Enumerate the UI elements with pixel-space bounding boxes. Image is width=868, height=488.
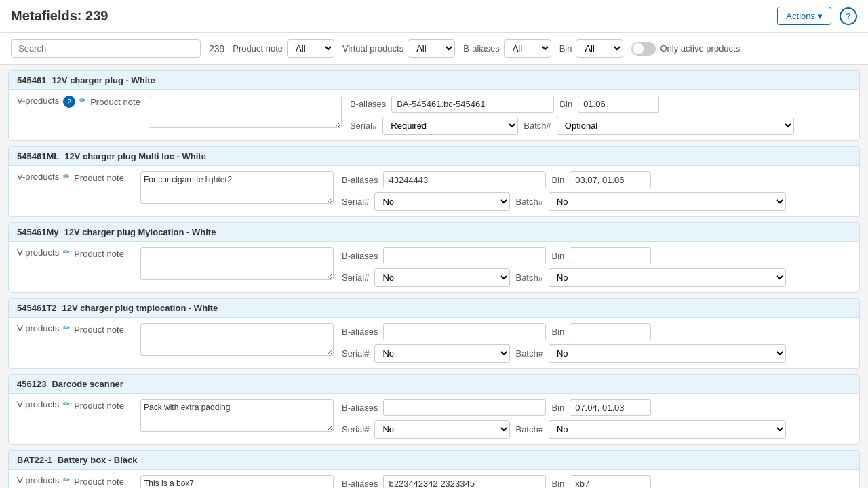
b-aliases-input[interactable] (391, 96, 554, 113)
b-aliases-select[interactable]: All (504, 39, 551, 58)
bin-select[interactable]: All (576, 39, 623, 58)
bin-input[interactable] (578, 96, 659, 113)
product-id: 545461T2 (17, 303, 57, 313)
help-icon: ? (846, 11, 851, 21)
note-textarea[interactable] (140, 171, 334, 204)
virtual-products-filter: Virtual products All (342, 39, 455, 58)
serial-select[interactable]: NoRequiredOptional (374, 268, 510, 287)
batch-select[interactable]: NoRequiredOptional (549, 192, 786, 211)
edit-icon[interactable]: ✏ (63, 399, 70, 409)
note-textarea-wrap (140, 171, 334, 204)
v-products-label: V-products (17, 171, 59, 182)
actions-button[interactable]: Actions ▾ (777, 7, 831, 25)
product-note-select[interactable]: All (287, 39, 334, 58)
right-fields: B-aliases Bin Serial# NoRequiredOptional… (342, 247, 851, 287)
b-aliases-input[interactable] (383, 475, 546, 488)
b-aliases-field-label: B-aliases (350, 99, 386, 109)
product-header: 545461My12V charger plug Mylocation - Wh… (9, 223, 859, 242)
product-id: 545461 (17, 75, 46, 85)
b-aliases-field-label: B-aliases (342, 479, 378, 488)
toggle-knob (633, 43, 644, 54)
edit-icon[interactable]: ✏ (63, 247, 70, 257)
b-aliases-label: B-aliases (463, 43, 499, 54)
v-products-label: V-products (17, 323, 59, 333)
note-textarea-wrap (149, 96, 342, 128)
batch-select[interactable]: NoRequiredOptional (549, 344, 786, 363)
product-name: Battery box - Black (58, 455, 138, 465)
product-name: 12V charger plug tmplocation - White (62, 303, 218, 313)
b-aliases-field-label: B-aliases (342, 175, 378, 185)
bin-input[interactable] (570, 247, 651, 264)
note-textarea[interactable] (140, 399, 334, 432)
chevron-down-icon: ▾ (818, 11, 823, 21)
product-note-field-label: Product note (74, 173, 124, 183)
aliases-bin-row: B-aliases Bin (342, 323, 851, 340)
b-aliases-filter: B-aliases All (463, 39, 551, 58)
product-note-field-label: Product note (74, 401, 124, 411)
v-products-section: V-products 2 ✏ Product note (17, 96, 140, 108)
note-textarea[interactable] (140, 475, 334, 488)
bin-field-label: Bin (551, 479, 564, 488)
serial-select[interactable]: NoRequiredOptional (382, 117, 518, 135)
product-id: 456123 (17, 379, 46, 389)
edit-icon[interactable]: ✏ (63, 323, 70, 333)
note-textarea[interactable] (140, 323, 334, 356)
active-products-toggle[interactable] (631, 42, 656, 56)
v-products-label: V-products (17, 399, 59, 409)
note-textarea[interactable] (140, 247, 334, 280)
top-right: Actions ▾ ? (777, 7, 857, 25)
v-products-badge: 2 (63, 96, 75, 108)
product-fields: V-products ✏ Product note B-aliases Bin … (9, 166, 859, 216)
product-name: 12V charger plug Mylocation - White (64, 227, 216, 237)
batch-label: Batch# (524, 121, 551, 131)
product-fields: V-products 2 ✏ Product note B-aliases Bi… (9, 90, 859, 140)
b-aliases-input[interactable] (383, 247, 546, 264)
serial-label: Serial# (342, 424, 369, 434)
bin-input[interactable] (570, 171, 651, 188)
serial-select[interactable]: NoRequiredOptional (374, 344, 510, 363)
serial-batch-row: Serial# NoRequiredOptional Batch# NoRequ… (342, 192, 851, 211)
top-bar: Metafields: 239 Actions ▾ ? (0, 0, 868, 33)
product-block: 545461T212V charger plug tmplocation - W… (8, 298, 860, 369)
b-aliases-field-label: B-aliases (342, 403, 378, 413)
bin-field-label: Bin (551, 403, 564, 413)
product-block: 545461My12V charger plug Mylocation - Wh… (8, 222, 860, 293)
b-aliases-input[interactable] (383, 399, 546, 416)
count-badge: 239 (209, 43, 224, 54)
right-fields: B-aliases Bin Serial# NoRequiredOptional… (342, 171, 851, 211)
batch-select[interactable]: NoRequiredOptional (549, 420, 786, 439)
note-textarea-wrap (140, 475, 334, 488)
content-area: 54546112V charger plug - White V-product… (0, 65, 868, 488)
product-header: 456123Barcode scanner (9, 375, 859, 394)
product-note-label: Product note (233, 43, 283, 54)
b-aliases-input[interactable] (383, 323, 546, 340)
virtual-products-label: Virtual products (342, 43, 403, 54)
product-header: 545461T212V charger plug tmplocation - W… (9, 299, 859, 318)
note-textarea[interactable] (149, 96, 342, 128)
serial-select[interactable]: NoRequiredOptional (374, 192, 510, 211)
batch-select[interactable]: NoRequiredOptional (557, 117, 794, 135)
aliases-bin-row: B-aliases Bin (342, 171, 851, 188)
search-input[interactable] (11, 39, 201, 58)
serial-select[interactable]: NoRequiredOptional (374, 420, 510, 439)
virtual-products-select[interactable]: All (408, 39, 455, 58)
bin-input[interactable] (570, 323, 651, 340)
product-block: BAT22-1Battery box - Black V-products ✏ … (8, 450, 860, 488)
edit-icon[interactable]: ✏ (63, 475, 70, 485)
batch-label: Batch# (515, 348, 542, 359)
serial-batch-row: Serial# NoRequiredOptional Batch# NoRequ… (342, 344, 851, 363)
edit-icon[interactable]: ✏ (63, 171, 70, 181)
batch-label: Batch# (515, 424, 542, 434)
batch-select[interactable]: NoRequiredOptional (549, 268, 786, 287)
v-products-section: V-products ✏ Product note (17, 171, 132, 183)
serial-label: Serial# (342, 197, 369, 207)
help-button[interactable]: ? (840, 7, 857, 25)
b-aliases-input[interactable] (383, 171, 546, 188)
v-products-label: V-products (17, 96, 59, 106)
serial-label: Serial# (342, 272, 369, 283)
note-textarea-wrap (140, 247, 334, 280)
product-name: 12V charger plug - White (52, 75, 155, 85)
bin-input[interactable] (570, 399, 651, 416)
bin-input[interactable] (570, 475, 651, 488)
edit-icon[interactable]: ✏ (79, 96, 86, 105)
